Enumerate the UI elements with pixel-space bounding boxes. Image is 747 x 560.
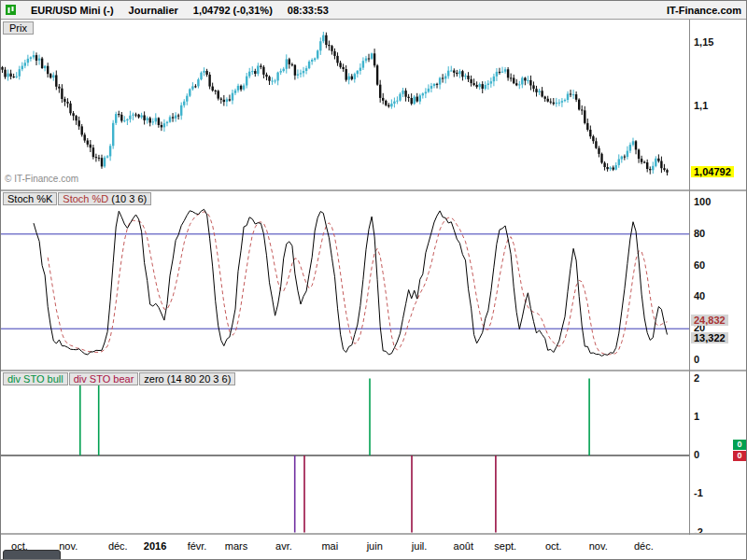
candle-body: [436, 84, 438, 85]
candle-body: [385, 101, 387, 105]
axis-tick: 1: [694, 411, 699, 422]
candle-body: [286, 59, 288, 68]
candle-body: [44, 66, 46, 68]
candle-body: [501, 72, 503, 73]
candle-body: [442, 78, 444, 79]
candle-body: [402, 91, 403, 94]
candle-body: [311, 60, 313, 62]
candle-body: [581, 110, 583, 111]
candle-body: [518, 84, 520, 85]
candle-body: [158, 118, 160, 125]
candle-body: [95, 157, 97, 158]
candle-body: [456, 73, 458, 74]
time-axis[interactable]: oct.nov.déc.2016févr.marsavr.maijuinjuil…: [1, 535, 747, 560]
candle-body: [345, 69, 347, 80]
candle-body: [660, 161, 662, 169]
month-label: 2016: [144, 540, 166, 552]
candle-body: [433, 84, 435, 86]
candle-body: [248, 72, 250, 77]
candle-body: [143, 116, 145, 120]
div-sto-bear-label[interactable]: div STO bear: [69, 372, 139, 385]
candle-body: [419, 95, 421, 101]
stochastic-axis[interactable]: 10080604020024,83213,322: [690, 191, 747, 370]
candle-body: [643, 162, 645, 163]
stoch-params: (10 3 6): [111, 193, 147, 204]
candle-body: [499, 72, 500, 73]
candle-body: [115, 114, 117, 123]
candle-body: [325, 35, 327, 45]
candle-body: [218, 91, 219, 98]
candle-body: [55, 76, 57, 87]
divergence-plot[interactable]: [1, 371, 689, 533]
candle-body: [314, 59, 316, 61]
axis-tick: 0: [694, 449, 699, 460]
title-bar: EUR/USD Mini (-) Journalier 1,04792 (-0,…: [1, 1, 746, 20]
candle-body: [515, 83, 517, 85]
candle-body: [572, 94, 574, 95]
candle-body: [362, 61, 364, 67]
zero-label[interactable]: zero (14 80 20 3 6): [139, 372, 235, 385]
candle-body: [274, 80, 275, 81]
month-label: mars: [225, 540, 247, 552]
stoch-k-label[interactable]: Stoch %K: [3, 192, 57, 205]
stoch-d-label[interactable]: Stoch %D (10 3 6): [58, 192, 151, 205]
candle-body: [527, 80, 529, 81]
candle-body: [584, 110, 585, 123]
candle-body: [430, 86, 432, 89]
last-price-change: 1,04792 (-0,31%): [193, 5, 273, 16]
candle-body: [234, 91, 236, 93]
tab-prix[interactable]: Prix: [3, 21, 34, 35]
candle-body: [137, 115, 139, 118]
candle-body: [532, 85, 534, 89]
stochastic-plot[interactable]: [1, 191, 689, 370]
candle-body: [9, 74, 11, 77]
candle-body: [632, 141, 634, 145]
candle-body: [575, 94, 577, 100]
candle-body: [510, 77, 512, 78]
candle-body: [72, 113, 74, 116]
candle-body: [126, 119, 128, 120]
candle-body: [21, 66, 23, 70]
price-axis[interactable]: 1,151,11,04792: [690, 20, 747, 189]
candle-body: [641, 159, 642, 162]
divergence-axis[interactable]: 210-1-200: [690, 371, 747, 533]
candle-body: [90, 145, 92, 147]
candle-body: [84, 134, 86, 140]
candle-body: [600, 154, 602, 163]
candle-body: [223, 100, 225, 102]
div-value-badge: 0: [733, 440, 746, 450]
candle-body: [200, 73, 202, 79]
candle-body: [289, 59, 290, 64]
candle-body: [183, 102, 185, 105]
candle-body: [586, 123, 588, 130]
candle-body: [308, 62, 310, 68]
candle-body: [393, 102, 395, 104]
candle-body: [472, 83, 474, 85]
price-plot[interactable]: [1, 20, 689, 189]
candle-body: [453, 71, 455, 73]
candle-body: [63, 99, 65, 102]
candle-body: [13, 77, 15, 77]
candle-body: [283, 69, 285, 71]
candle-body: [666, 170, 668, 173]
candle-body: [646, 162, 648, 169]
bottom-left-tab[interactable]: [3, 550, 61, 560]
timeframe-label[interactable]: Journalier: [129, 5, 178, 16]
month-label: déc.: [634, 540, 654, 552]
candle-body: [592, 136, 594, 141]
candle-body: [186, 96, 188, 102]
candle-body: [342, 67, 344, 69]
candle-body: [544, 97, 546, 99]
div-sto-bull-label[interactable]: div STO bull: [3, 372, 68, 385]
candle-body: [75, 116, 77, 120]
candle-body: [444, 77, 446, 79]
axis-tick: 60: [694, 259, 705, 271]
candle-body: [652, 166, 654, 171]
candle-body: [194, 86, 196, 87]
candle-body: [627, 151, 628, 158]
month-label: oct.: [545, 540, 562, 552]
candle-body: [450, 71, 452, 72]
candle-body: [547, 99, 549, 102]
candle-body: [109, 146, 111, 156]
candle-body: [101, 158, 103, 166]
